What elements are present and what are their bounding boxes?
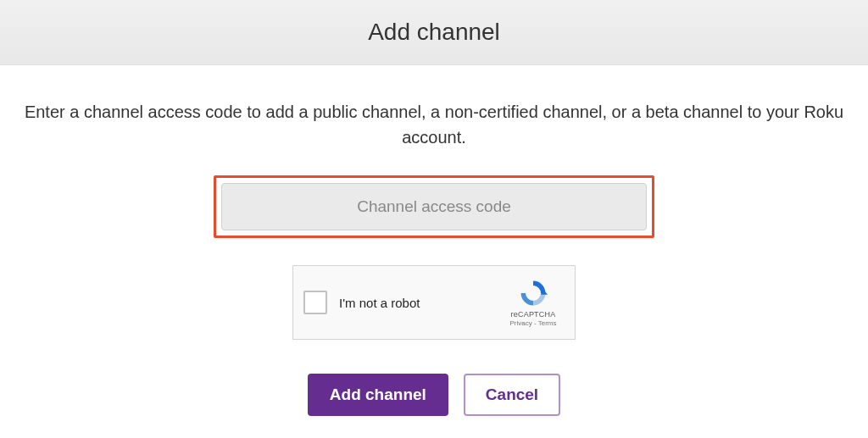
recaptcha-brand-text: reCAPTCHA bbox=[502, 310, 565, 319]
instruction-text: Enter a channel access code to add a pub… bbox=[0, 65, 868, 175]
recaptcha-label: I'm not a robot bbox=[339, 296, 502, 310]
page-title: Add channel bbox=[0, 19, 868, 46]
cancel-button[interactable]: Cancel bbox=[464, 374, 560, 416]
recaptcha-checkbox[interactable] bbox=[303, 291, 327, 314]
recaptcha-widget: I'm not a robot reCAPTCHA Privacy - Term… bbox=[292, 265, 576, 340]
recaptcha-branding: reCAPTCHA Privacy - Terms bbox=[502, 278, 565, 327]
recaptcha-icon bbox=[518, 278, 548, 308]
code-input-highlight bbox=[214, 175, 654, 238]
add-channel-button[interactable]: Add channel bbox=[308, 374, 448, 416]
recaptcha-links[interactable]: Privacy - Terms bbox=[502, 319, 565, 327]
button-row: Add channel Cancel bbox=[0, 374, 868, 416]
page-header: Add channel bbox=[0, 0, 868, 65]
channel-code-input[interactable] bbox=[221, 183, 647, 230]
